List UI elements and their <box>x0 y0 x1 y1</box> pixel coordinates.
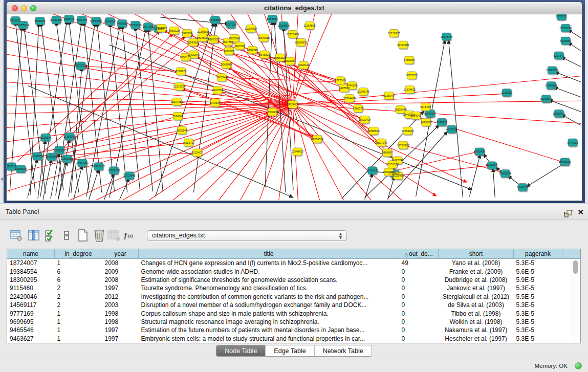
table-row[interactable]: 977716911998Corpus callosum shape and si… <box>7 309 581 317</box>
column-header-pagerank[interactable]: pagerank <box>514 249 562 259</box>
table-scrollbar-thumb[interactable] <box>573 260 578 274</box>
network-view-canvas[interactable]: 9313921140557148560303206914069355716912… <box>7 14 581 200</box>
citation-network-graph[interactable]: 9313921140557148560303206914069355716912… <box>7 14 581 200</box>
cell-title: Changes of HCN gene expression and I(f) … <box>139 259 399 268</box>
close-panel-icon[interactable]: ✕ <box>577 208 584 216</box>
table-row[interactable]: 1872400712008Changes of HCN gene express… <box>7 259 581 268</box>
table-toolbar: f (x) citations_edges.txt ▲▼ <box>0 220 588 248</box>
network-window-titlebar[interactable]: citations_edges.txt <box>7 2 582 14</box>
tab-edge-table[interactable]: Edge Table <box>266 345 314 356</box>
cell-short: Stergiakouli et al. (2012) <box>439 293 514 301</box>
svg-text:16640910: 16640910 <box>257 36 270 39</box>
svg-text:20691406: 20691406 <box>50 18 62 21</box>
cell-short: de Silva et al. (2003) <box>439 301 514 309</box>
delete-column-button[interactable] <box>93 229 106 242</box>
svg-text:15883520: 15883520 <box>274 56 286 59</box>
column-header-title[interactable]: title <box>139 249 399 259</box>
table-row[interactable]: 1456911722003Disruption of a novel membe… <box>7 301 581 309</box>
svg-text:16648784: 16648784 <box>440 35 452 38</box>
status-bar: Memory: OK <box>0 360 588 372</box>
svg-text:15720407: 15720407 <box>359 118 371 121</box>
column-header-short[interactable]: short <box>439 249 514 259</box>
svg-text:9115460: 9115460 <box>420 105 431 108</box>
float-panel-icon[interactable] <box>564 210 573 217</box>
table-column-icon <box>28 229 40 242</box>
table-row[interactable]: 969969511998Structural magnetic resonanc… <box>7 318 581 326</box>
network-window-title: citations_edges.txt <box>7 4 582 12</box>
table-row[interactable]: 2242004622012Investigating the contribut… <box>7 293 581 301</box>
memory-ok-indicator[interactable] <box>575 362 582 369</box>
table-mode-button[interactable] <box>10 229 23 242</box>
svg-text:8912934: 8912934 <box>182 32 192 35</box>
cell-pagerank: 5.3E-5 <box>514 259 562 268</box>
cell-pagerank: 5.3E-5 <box>514 284 562 292</box>
svg-text:10688609: 10688609 <box>367 129 380 133</box>
svg-text:11254839: 11254839 <box>245 27 257 30</box>
svg-text:16151437: 16151437 <box>182 141 194 144</box>
svg-text:22260538: 22260538 <box>197 30 209 33</box>
svg-text:9827508: 9827508 <box>223 40 233 43</box>
table-row[interactable]: 1830029562008Estimation of significance … <box>7 276 581 284</box>
cell-short: Nakamura et al. (1997) <box>439 326 514 334</box>
show-hide-columns-button[interactable] <box>27 229 40 242</box>
table-scrollbar[interactable] <box>572 259 579 342</box>
cell-in_degree: 6 <box>55 276 102 284</box>
svg-text:9464202: 9464202 <box>487 164 497 167</box>
select-all-button[interactable] <box>43 229 57 242</box>
svg-text:10653287: 10653287 <box>90 19 102 23</box>
svg-text:2718176: 2718176 <box>176 70 186 73</box>
svg-text:12548420: 12548420 <box>291 150 303 154</box>
svg-text:14136141: 14136141 <box>366 169 379 172</box>
svg-text:9864042: 9864042 <box>410 114 421 117</box>
svg-text:7485083: 7485083 <box>404 59 415 62</box>
dropdown-arrows-icon: ▲▼ <box>338 232 343 239</box>
svg-text:9827509: 9827509 <box>197 36 208 39</box>
cell-short: Wolkin et al. (1998) <box>439 318 514 326</box>
cell-title: Tourette syndrome. Phenomenology and cla… <box>139 284 399 292</box>
column-header-year[interactable]: year <box>102 249 139 259</box>
svg-text:12444154: 12444154 <box>545 84 557 87</box>
svg-text:13620104: 13620104 <box>297 63 310 67</box>
svg-text:9227341: 9227341 <box>554 54 564 57</box>
cell-year: 2008 <box>102 259 139 268</box>
cell-short: Franke et al. (2009) <box>439 267 514 275</box>
svg-text:15276007: 15276007 <box>104 20 116 23</box>
svg-text:12325419: 12325419 <box>287 33 299 36</box>
column-header-in_degree[interactable]: in_degree <box>55 249 102 259</box>
function-builder-button[interactable]: f (x) <box>123 229 137 242</box>
collapse-left-panel-arrow[interactable] <box>1 177 3 181</box>
column-header-out_de...[interactable]: △out_de... <box>399 249 439 259</box>
svg-text:25225402: 25225402 <box>392 174 404 177</box>
cell-name: 14569117 <box>7 301 55 309</box>
svg-text:7386372: 7386372 <box>353 107 363 110</box>
table-selector-dropdown[interactable]: citations_edges.txt ▲▼ <box>147 230 347 241</box>
cell-title: Embryonic stem cells: a model to study s… <box>139 335 399 343</box>
svg-text:9746266: 9746266 <box>346 84 357 87</box>
table-row[interactable]: 911546021997Tourette syndrome. Phenomeno… <box>7 284 581 292</box>
node-table: namein_degreeyeartitle△out_de...shortpag… <box>7 249 581 343</box>
cell-short: Dudbridge et al. (2008) <box>439 276 514 284</box>
cell-name: 9777169 <box>7 309 55 317</box>
tab-node-table[interactable]: Node Table <box>216 345 266 356</box>
table-row[interactable]: 1938455462009Genome-wide association stu… <box>7 267 581 275</box>
create-column-button[interactable] <box>76 229 90 242</box>
column-header-name[interactable]: name <box>7 249 55 259</box>
network-window[interactable]: citations_edges.txt <box>6 2 582 201</box>
delete-table-button[interactable] <box>107 229 120 242</box>
function-icon: f (x) <box>123 230 137 240</box>
cell-year: 2009 <box>102 267 139 275</box>
new-file-icon <box>77 229 89 242</box>
svg-text:17957253: 17957253 <box>76 161 89 164</box>
checkboxes-icon <box>45 229 56 242</box>
svg-text:f: f <box>124 232 127 239</box>
svg-text:16409547: 16409547 <box>424 112 437 115</box>
svg-text:9699695: 9699695 <box>421 121 431 124</box>
cell-pagerank: 5.5E-5 <box>514 293 562 301</box>
row-options-button[interactable] <box>60 229 73 242</box>
svg-text:17159928: 17159928 <box>63 135 76 138</box>
table-row[interactable]: 946554611997Estimation of the future num… <box>7 326 581 334</box>
tab-network-table[interactable]: Network Table <box>315 345 372 356</box>
svg-text:8427552: 8427552 <box>212 89 223 92</box>
table-row[interactable]: 946362711997Embryonic stem cells: a mode… <box>7 335 581 343</box>
svg-text:12213977: 12213977 <box>388 32 400 35</box>
